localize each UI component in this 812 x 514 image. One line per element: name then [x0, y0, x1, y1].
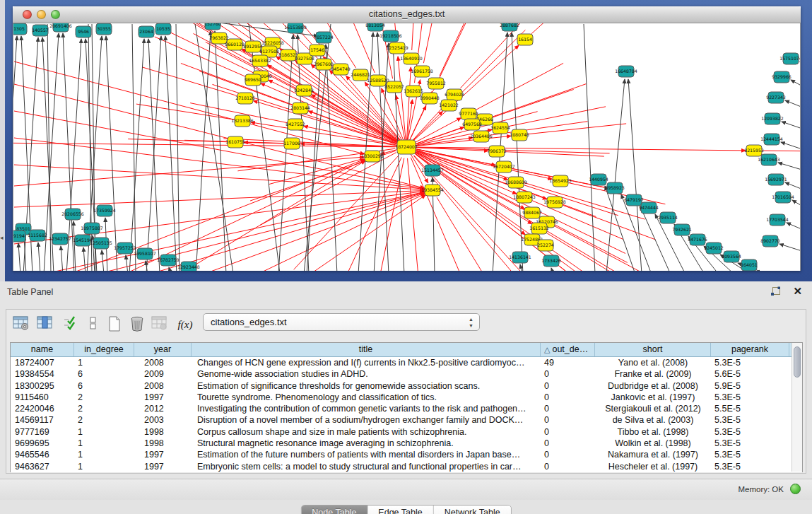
table-row[interactable]: 2242004622012Investigating the contribut… — [11, 403, 802, 414]
graph-node[interactable]: 2803144 — [290, 103, 310, 114]
table-cell[interactable]: 0 — [541, 380, 595, 392]
table-cell[interactable]: Stergiakouli et al. (2012) — [595, 403, 711, 414]
tab-node-table[interactable]: Node Table — [301, 506, 367, 514]
table-cell[interactable]: 0 — [541, 368, 595, 380]
close-panel-icon[interactable]: ✕ — [793, 285, 802, 298]
table-cell[interactable]: 0 — [541, 449, 595, 460]
graph-node[interactable]: 20691406 — [49, 23, 72, 32]
graph-node[interactable]: 989650 — [245, 74, 261, 86]
graph-node[interactable]: 3624554 — [490, 122, 510, 134]
table-cell[interactable]: Structural magnetic resonance image aver… — [192, 438, 541, 449]
graph-node[interactable]: 164051 — [741, 259, 758, 271]
graph-node[interactable]: 8471676 — [688, 234, 707, 245]
table-cell[interactable]: Investigating the contribution of common… — [192, 403, 541, 414]
sidebar-collapse-arrow-icon[interactable]: ◂ — [0, 234, 4, 241]
graph-node[interactable]: 8522057 — [384, 81, 404, 93]
graph-node[interactable]: 23064 — [139, 26, 154, 37]
graph-node[interactable]: 2935114 — [658, 212, 678, 223]
table-cell[interactable]: 9699695 — [11, 438, 74, 449]
graph-node[interactable]: 9884067 — [522, 207, 542, 218]
graph-node[interactable]: 8990448 — [420, 93, 440, 104]
table-cell[interactable]: 5.3E-5 — [711, 449, 789, 460]
table-cell[interactable]: Franke et al. (2009) — [595, 368, 711, 380]
graph-node[interactable]: 1440954 — [589, 174, 608, 185]
select-all-icon[interactable] — [60, 314, 81, 335]
table-cell[interactable]: 18724007 — [11, 357, 74, 368]
table-cell[interactable]: Tourette syndrome. Phenomenology and cla… — [192, 392, 541, 403]
table-cell[interactable]: 5.9E-5 — [711, 380, 789, 392]
graph-node[interactable]: 12444154 — [760, 134, 783, 145]
graph-node[interactable]: 8958923 — [605, 182, 625, 194]
table-cell[interactable]: 1997 — [134, 461, 192, 472]
table-cell[interactable]: 6 — [74, 368, 134, 380]
graph-node[interactable]: 2887682 — [500, 23, 519, 31]
table-row[interactable]: 969969511998Structural magnetic resonanc… — [11, 438, 802, 449]
graph-node[interactable]: 8427552 — [286, 119, 305, 130]
graph-node[interactable]: 7986372 — [487, 146, 507, 157]
graph-node[interactable]: 6497568 — [462, 119, 482, 130]
table-cell[interactable]: 0 — [541, 438, 595, 449]
tab-network-table[interactable]: Network Table — [434, 506, 511, 514]
graph-node[interactable]: 16543382 — [249, 55, 271, 66]
graph-node[interactable]: 17703544 — [766, 214, 789, 226]
graph-node[interactable]: 16210643 — [758, 154, 780, 165]
graph-node[interactable]: 9227343 — [766, 92, 786, 103]
table-cell[interactable]: 5.5E-5 — [711, 403, 789, 414]
table-row[interactable]: 1938455462009Genome-wide association stu… — [11, 368, 802, 380]
table-cell[interactable]: 0 — [541, 461, 595, 472]
graph-node[interactable]: 13958107 — [134, 248, 156, 259]
graph-node[interactable]: 20206556 — [61, 209, 84, 220]
graph-node[interactable]: 6794028 — [445, 89, 464, 100]
graph-node[interactable]: 1615132 — [529, 223, 549, 234]
table-row[interactable]: 1872400712008Changes of HCN gene express… — [11, 357, 802, 368]
graph-node[interactable]: 1093564 — [722, 251, 741, 262]
graph-node[interactable]: 9546 — [76, 26, 91, 37]
table-cell[interactable]: 2003 — [134, 414, 192, 426]
table-row[interactable]: 1456911722003Disruption of a novel membe… — [11, 414, 802, 426]
table-cell[interactable]: 2 — [74, 414, 134, 426]
graph-node[interactable]: 18300295 — [361, 151, 384, 162]
scrollbar-thumb[interactable] — [794, 346, 801, 378]
graph-node[interactable]: 8902770 — [760, 235, 780, 247]
graph-node[interactable]: 12093822 — [761, 113, 784, 124]
graph-node[interactable]: 6479197 — [624, 194, 644, 206]
table-cell[interactable]: 9465546 — [11, 449, 74, 460]
table-cell[interactable]: 1997 — [134, 392, 192, 403]
table-cell[interactable]: 1998 — [134, 426, 192, 438]
graph-node[interactable]: 39194 — [13, 230, 25, 242]
table-cell[interactable]: 2009 — [134, 368, 192, 380]
table-cell[interactable]: 6 — [74, 380, 134, 392]
graph-node[interactable]: 1305 — [13, 23, 27, 35]
table-cell[interactable]: Yano et al. (2008) — [595, 357, 711, 368]
graph-node[interactable]: 1610755 — [225, 136, 245, 148]
table-cell[interactable]: 19384554 — [11, 368, 74, 380]
table-cell[interactable]: 14569117 — [11, 414, 74, 426]
table-cell[interactable]: 9115460 — [11, 392, 74, 403]
graph-node[interactable]: 1115682 — [28, 230, 47, 241]
table-cell[interactable]: 2008 — [134, 380, 192, 392]
table-cell[interactable]: Disruption of a novel member of a sodium… — [192, 414, 541, 426]
graph-node[interactable]: 7857224 — [314, 32, 334, 43]
table-cell[interactable]: Estimation of significance thresholds fo… — [192, 380, 541, 392]
column-header-title[interactable]: title — [192, 343, 541, 356]
graph-node[interactable]: 18724007 — [395, 140, 418, 154]
table-cell[interactable]: Changes of HCN gene expression and I(f) … — [192, 357, 541, 368]
graph-node[interactable]: 16154 — [517, 34, 533, 45]
graph-node[interactable]: 16961758 — [411, 66, 433, 77]
network-graph[interactable]: 1872400779638228660128891295415226058912… — [13, 23, 800, 271]
graph-node[interactable]: 15751074 — [779, 53, 800, 64]
table-cell[interactable]: 5.6E-5 — [711, 368, 789, 380]
show-columns-icon[interactable] — [35, 314, 56, 335]
column-header-pagerank[interactable]: pagerank — [711, 343, 789, 356]
graph-node[interactable]: 10975887 — [81, 223, 103, 234]
graph-node[interactable]: 152760 — [204, 23, 221, 30]
table-cell[interactable]: 2012 — [134, 403, 192, 414]
graph-node[interactable]: 16782759 — [157, 255, 180, 266]
table-row[interactable]: 946554611997Estimation of the future num… — [11, 449, 802, 460]
table-cell[interactable]: 5.3E-5 — [711, 414, 789, 426]
graph-node[interactable]: 9777169 — [459, 108, 478, 119]
table-cell[interactable]: 22420046 — [11, 403, 74, 414]
graph-node[interactable]: 12505135 — [90, 238, 112, 249]
table-cell[interactable]: 5.3E-5 — [711, 426, 789, 438]
graph-node[interactable]: 19756928 — [543, 197, 566, 208]
